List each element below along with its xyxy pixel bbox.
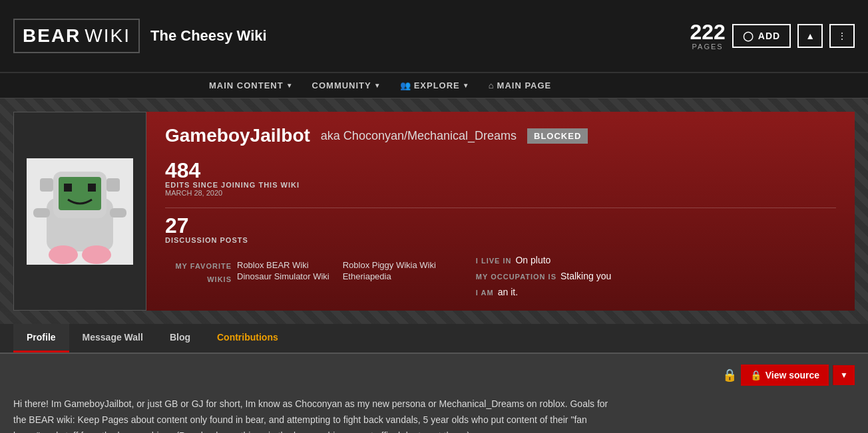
occupation-val: Stalking you — [560, 271, 611, 281]
join-date: MARCH 28, 2020 — [165, 189, 300, 197]
pages-count: 222 — [690, 21, 725, 43]
live-in-val: On pluto — [515, 255, 550, 265]
wikis-key: MY FAVORITEWIKIS — [165, 260, 232, 287]
pages-label: PAGES — [690, 43, 725, 51]
svg-rect-7 — [107, 178, 120, 192]
view-source-dropdown-button[interactable]: ▼ — [833, 365, 855, 385]
svg-rect-3 — [59, 177, 101, 210]
nav-main-content[interactable]: MAIN CONTENT ▼ — [200, 73, 303, 98]
extra-info-section: MY FAVORITEWIKIS Roblox BEAR Wiki Roblox… — [165, 255, 836, 297]
explore-icon: 👥 — [400, 80, 411, 90]
occupation-key: MY OCCUPATION IS — [476, 273, 556, 281]
i-am-val: an it. — [498, 287, 518, 297]
posts-label: DISCUSSION POSTS — [165, 236, 248, 244]
tab-message-wall[interactable]: Message Wall — [69, 324, 156, 353]
wiki-item: Roblox Piggy Wikia Wiki — [343, 260, 436, 270]
header: BEARWIKI The Cheesy Wiki 222 PAGES ◯ ADD… — [0, 0, 868, 73]
tab-blog[interactable]: Blog — [156, 324, 204, 353]
svg-rect-6 — [40, 178, 53, 192]
svg-point-11 — [82, 245, 111, 264]
avatar-box — [13, 112, 146, 311]
logo-text: BEARWIKI — [23, 25, 130, 47]
i-am-key: I AM — [476, 289, 494, 297]
wikis-list: Roblox BEAR Wiki Roblox Piggy Wikia Wiki… — [237, 260, 436, 281]
edits-label: EDITS SINCE JOINING THIS WIKI — [165, 181, 300, 189]
lock-small-icon: 🔒 — [750, 370, 761, 380]
svg-rect-5 — [88, 184, 96, 192]
svg-rect-8 — [33, 208, 50, 217]
view-source-button[interactable]: 🔒 View source — [741, 364, 829, 386]
personal-info-section: I LIVE IN On pluto MY OCCUPATION IS Stal… — [476, 255, 611, 297]
nav-explore[interactable]: 👥 EXPLORE ▼ — [391, 73, 479, 98]
home-icon: ⌂ — [489, 80, 495, 90]
avatar — [27, 158, 133, 265]
more-options-button[interactable]: ⋮ — [829, 24, 855, 48]
activity-button[interactable]: ▲ — [797, 24, 823, 48]
edits-count: 484 — [165, 160, 300, 181]
posts-stat: 27 DISCUSSION POSTS — [165, 215, 248, 244]
svg-point-10 — [49, 245, 78, 264]
chevron-down-icon: ▼ — [840, 370, 848, 380]
wiki-item: Roblox BEAR Wiki — [237, 260, 329, 270]
site-title: The Cheesy Wiki — [150, 27, 267, 45]
edits-stat: 484 EDITS SINCE JOINING THIS WIKI MARCH … — [165, 160, 300, 197]
tab-profile[interactable]: Profile — [13, 324, 69, 353]
profile-username: GameboyJailbot — [165, 125, 310, 146]
svg-rect-4 — [64, 184, 72, 192]
posts-count: 27 — [165, 215, 248, 236]
chevron-down-icon: ▼ — [374, 82, 381, 89]
profile-info: GameboyJailbot aka Choconyan/Mechanical_… — [146, 112, 855, 311]
i-am-line: I AM an it. — [476, 287, 611, 297]
svg-rect-9 — [110, 208, 126, 217]
divider — [165, 208, 836, 208]
wiki-item: Etheriapedia — [343, 271, 436, 281]
profile-name-row: GameboyJailbot aka Choconyan/Mechanical_… — [165, 125, 836, 146]
profile-aka: aka Choconyan/Mechanical_Dreams — [321, 129, 517, 143]
occupation-line: MY OCCUPATION IS Stalking you — [476, 271, 611, 281]
content-area: 🔒 🔒 View source ▼ Hi there! Im GameboyJa… — [0, 354, 868, 433]
wikis-section: MY FAVORITEWIKIS Roblox BEAR Wiki Roblox… — [165, 255, 436, 297]
chevron-down-icon: ▼ — [286, 82, 294, 89]
posts-row: 27 DISCUSSION POSTS — [165, 215, 836, 244]
wikis-row: MY FAVORITEWIKIS Roblox BEAR Wiki Roblox… — [165, 260, 436, 287]
stats-row: 484 EDITS SINCE JOINING THIS WIKI MARCH … — [165, 160, 836, 197]
nav-main-page[interactable]: ⌂ MAIN PAGE — [479, 73, 561, 98]
profile-section: GameboyJailbot aka Choconyan/Mechanical_… — [13, 112, 855, 311]
add-icon: ◯ — [743, 31, 754, 41]
logo-box: BEARWIKI — [13, 19, 140, 53]
tabs-bar: Profile Message Wall Blog Contributions — [0, 324, 868, 354]
live-in-key: I LIVE IN — [476, 257, 512, 265]
header-right: 222 PAGES ◯ ADD ▲ ⋮ — [690, 21, 855, 51]
blocked-badge: BLOCKED — [527, 128, 588, 144]
nav-bar: MAIN CONTENT ▼ COMMUNITY ▼ 👥 EXPLORE ▼ ⌂… — [0, 73, 868, 98]
nav-community[interactable]: COMMUNITY ▼ — [303, 73, 391, 98]
wiki-item: Dinosaur Simulator Wiki — [237, 271, 329, 281]
content-para-1: Hi there! Im GameboyJailbot, or just GB … — [13, 396, 612, 433]
logo-area: BEARWIKI The Cheesy Wiki — [13, 19, 690, 53]
chevron-down-icon: ▼ — [463, 82, 470, 89]
lock-icon: 🔒 — [722, 368, 737, 382]
page-content: Hi there! Im GameboyJailbot, or just GB … — [13, 396, 612, 433]
live-in-line: I LIVE IN On pluto — [476, 255, 611, 265]
toolbar-row: 🔒 🔒 View source ▼ — [13, 364, 855, 386]
pages-counter: 222 PAGES — [690, 21, 725, 51]
add-button[interactable]: ◯ ADD — [732, 24, 791, 48]
tab-contributions[interactable]: Contributions — [204, 324, 292, 353]
